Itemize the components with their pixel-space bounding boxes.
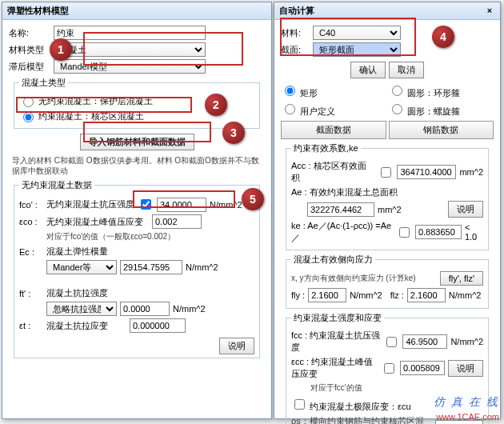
effective-coeff-group: 约束有效系数,ke Acc : 核芯区有效面积 mm^2 Ae : 有效约束混凝…: [286, 142, 489, 250]
explain-ecc-button[interactable]: 说明: [448, 360, 483, 377]
import-button[interactable]: 导入钢筋材料和截面数据: [80, 134, 194, 150]
radio-circ-spiral[interactable]: [392, 104, 402, 114]
flz-input[interactable]: [407, 288, 446, 302]
type-label: 材料类型: [9, 44, 50, 56]
eco-input[interactable]: [152, 214, 202, 229]
ke-check[interactable]: [399, 227, 410, 238]
section-select[interactable]: 矩形截面: [313, 42, 401, 57]
tab-rebar-data[interactable]: 钢筋数据: [389, 121, 494, 139]
et-input[interactable]: [130, 318, 186, 333]
acc-check[interactable]: [381, 167, 391, 178]
close-icon[interactable]: ×: [484, 6, 495, 17]
ft-select[interactable]: 忽略抗拉强度: [46, 302, 117, 316]
fco-input[interactable]: [157, 198, 206, 212]
fco-check[interactable]: [141, 199, 151, 210]
lateral-stress-group: 混凝土有效侧向应力 x, y方向有效侧向约束应力 (计算ke) fly', fl…: [286, 254, 489, 309]
unconfined-data-group: 无约束混凝土数据 fco' : 无约束混凝土抗压强度 N/mm^2 εco : …: [14, 179, 260, 358]
model-label: 滞后模型: [9, 61, 50, 73]
fcc-check[interactable]: [386, 337, 397, 347]
radio-circ-ring[interactable]: [392, 86, 402, 96]
radio-rect[interactable]: [285, 86, 295, 96]
explain-button-left[interactable]: 说明: [219, 338, 254, 354]
ecu-head-check[interactable]: [294, 399, 305, 410]
ok-button[interactable]: 确认: [350, 62, 386, 78]
name-label: 名称:: [9, 27, 50, 39]
ecc-check[interactable]: [384, 363, 394, 374]
radio-user[interactable]: [285, 104, 295, 114]
acc-input[interactable]: [397, 165, 456, 179]
fcc-input[interactable]: [402, 334, 447, 349]
material-select[interactable]: C40: [313, 26, 401, 40]
tab-section-data[interactable]: 截面数据: [281, 121, 386, 139]
watermark-text: 仿 真 在 线: [434, 395, 499, 410]
radio-unconfined[interactable]: [23, 97, 34, 107]
explain-ae-button[interactable]: 说明: [448, 201, 483, 218]
watermark-url: www.1CAE.com: [436, 412, 499, 422]
ecc-input[interactable]: [400, 361, 445, 375]
flyflz-button[interactable]: fly', flz': [440, 271, 483, 286]
concrete-type-group: 混凝土类型 无约束混凝土：保护层混凝土 约束混凝土：核芯区混凝土: [14, 77, 260, 129]
ae-input[interactable]: [307, 202, 374, 217]
left-title: 弹塑性材料模型: [7, 5, 69, 17]
type-select[interactable]: 混凝土: [54, 42, 206, 57]
import-note: 导入的材料 C和截面 O数据仅供参考用。材料 O和截面O数据并不与数据库中数据联…: [12, 155, 262, 176]
ec-select[interactable]: Mander等: [46, 260, 117, 274]
fly-input[interactable]: [308, 288, 346, 302]
ft-input[interactable]: [120, 302, 170, 316]
radio-confined[interactable]: [23, 112, 34, 122]
ec-input[interactable]: [120, 260, 182, 274]
name-input[interactable]: [54, 26, 206, 40]
right-title: 自动计算: [279, 5, 314, 17]
ke-input[interactable]: [415, 225, 462, 239]
model-select[interactable]: Mander模型: [54, 59, 206, 74]
cancel-button[interactable]: 取消: [389, 62, 424, 78]
